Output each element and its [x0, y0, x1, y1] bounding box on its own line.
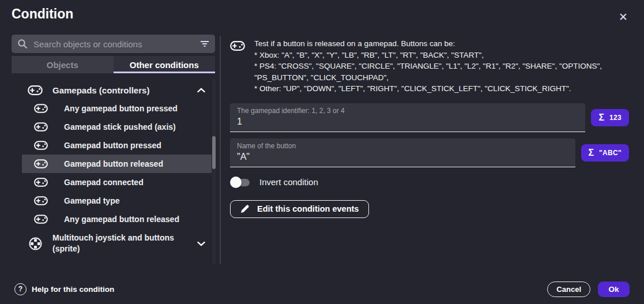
- ok-button[interactable]: Ok: [598, 282, 630, 297]
- list-item-label: Any gamepad button pressed: [64, 104, 178, 113]
- active-tab-underline: [114, 72, 216, 73]
- list-scrollbar[interactable]: [212, 78, 216, 264]
- panel-divider: [220, 36, 221, 264]
- tab-bar: Objects Other conditions: [12, 56, 215, 73]
- gamepad-icon: [33, 178, 48, 187]
- search-icon: [17, 39, 28, 49]
- gamepad-icon: [28, 85, 43, 95]
- list-item-selected[interactable]: Gamepad button released: [22, 155, 212, 173]
- help-icon: ?: [14, 283, 27, 295]
- chevron-down-icon[interactable]: [197, 241, 205, 246]
- gamepad-icon: [33, 215, 48, 224]
- sigma-icon: Σ: [598, 112, 604, 123]
- invert-condition-label: Invert condition: [259, 177, 318, 187]
- dpad-icon: [28, 237, 43, 250]
- field-row-button-name: Name of the button "A" Σ "ABC": [230, 138, 629, 167]
- parameter-fields: The gamepad identifier: 1, 2, 3 or 4 1 Σ…: [230, 103, 629, 167]
- list-item[interactable]: Gamepad stick pushed (axis): [22, 118, 212, 136]
- list-item[interactable]: Any gamepad button pressed: [22, 99, 212, 118]
- list-item-label: Gamepad button pressed: [64, 141, 161, 150]
- help-label: Help for this condition: [32, 285, 114, 294]
- help-link[interactable]: ? Help for this condition: [14, 283, 114, 295]
- list-item-label: Gamepad stick pushed (axis): [64, 122, 176, 132]
- gamepad-icon: [230, 41, 245, 53]
- list-item[interactable]: Gamepad button pressed: [22, 136, 212, 155]
- left-panel: Objects Other conditions Gamepads (contr…: [12, 35, 215, 258]
- close-icon[interactable]: ✕: [616, 10, 630, 24]
- list-item-label: Gamepad button released: [64, 159, 163, 168]
- tab-other-conditions[interactable]: Other conditions: [114, 56, 216, 73]
- list-group-multitouch[interactable]: Multitouch joystick and buttons (sprite): [22, 228, 212, 258]
- invert-condition-toggle[interactable]: [230, 177, 251, 188]
- search-box[interactable]: [12, 35, 215, 53]
- chevron-up-icon[interactable]: [197, 88, 205, 93]
- conditions-list: Gamepads (controllers) Any gamepad butto…: [22, 81, 212, 258]
- description-row: Test if a button is released on a gamepa…: [230, 38, 629, 95]
- gamepad-icon: [33, 122, 48, 132]
- gamepad-identifier-field[interactable]: The gamepad identifier: 1, 2, 3 or 4 1: [230, 103, 585, 132]
- edit-button-label: Edit this condition events: [257, 204, 359, 213]
- field-value[interactable]: "A": [237, 152, 568, 162]
- list-item-label: Gamepad connected: [64, 178, 144, 187]
- footer-actions: Cancel Ok: [547, 282, 630, 297]
- list-item[interactable]: Any gamepad button released: [22, 210, 212, 228]
- condition-detail-panel: Test if a button is released on a gamepa…: [230, 38, 629, 218]
- field-value[interactable]: 1: [237, 117, 578, 127]
- dialog-title: Condition: [12, 6, 73, 22]
- list-item[interactable]: Gamepad connected: [22, 173, 212, 192]
- list-group-gamepads[interactable]: Gamepads (controllers): [22, 81, 212, 99]
- list-group-label: Gamepads (controllers): [52, 85, 149, 95]
- list-item-label: Gamepad type: [64, 196, 119, 205]
- toggle-thumb[interactable]: [230, 177, 242, 188]
- sigma-icon: Σ: [589, 148, 594, 158]
- dialog-footer: ? Help for this condition Cancel Ok: [0, 280, 644, 298]
- filter-icon[interactable]: [200, 40, 209, 47]
- condition-dialog: Condition ✕ Objects Other conditions: [0, 0, 644, 304]
- gamepad-icon: [33, 196, 48, 205]
- button-name-field[interactable]: Name of the button "A": [230, 138, 575, 167]
- tab-objects[interactable]: Objects: [12, 56, 114, 73]
- edit-condition-events-button[interactable]: Edit this condition events: [230, 200, 369, 218]
- gamepad-icon: [33, 104, 48, 113]
- scrollbar-thumb[interactable]: [212, 136, 216, 169]
- invert-condition-row: Invert condition: [230, 177, 629, 188]
- cancel-button[interactable]: Cancel: [547, 282, 590, 297]
- tab-other-conditions-label: Other conditions: [130, 60, 199, 70]
- tab-objects-label: Objects: [47, 60, 78, 70]
- pencil-icon: [240, 204, 250, 213]
- list-item[interactable]: Gamepad type: [22, 192, 212, 210]
- expression-button-label: "ABC": [599, 149, 622, 157]
- expression-button-label: 123: [609, 114, 622, 122]
- condition-description: Test if a button is released on a gamepa…: [254, 38, 629, 95]
- gamepad-icon: [33, 159, 48, 168]
- list-group-label: Multitouch joystick and buttons (sprite): [52, 232, 178, 254]
- field-label: Name of the button: [237, 142, 568, 150]
- expression-builder-button-number[interactable]: Σ 123: [591, 109, 629, 126]
- field-label: The gamepad identifier: 1, 2, 3 or 4: [237, 107, 578, 115]
- list-item-label: Any gamepad button released: [64, 215, 179, 224]
- expression-builder-button-string[interactable]: Σ "ABC": [581, 144, 630, 162]
- gamepad-icon: [33, 141, 48, 150]
- field-row-gamepad-identifier: The gamepad identifier: 1, 2, 3 or 4 1 Σ…: [230, 103, 629, 132]
- search-input[interactable]: [32, 39, 195, 50]
